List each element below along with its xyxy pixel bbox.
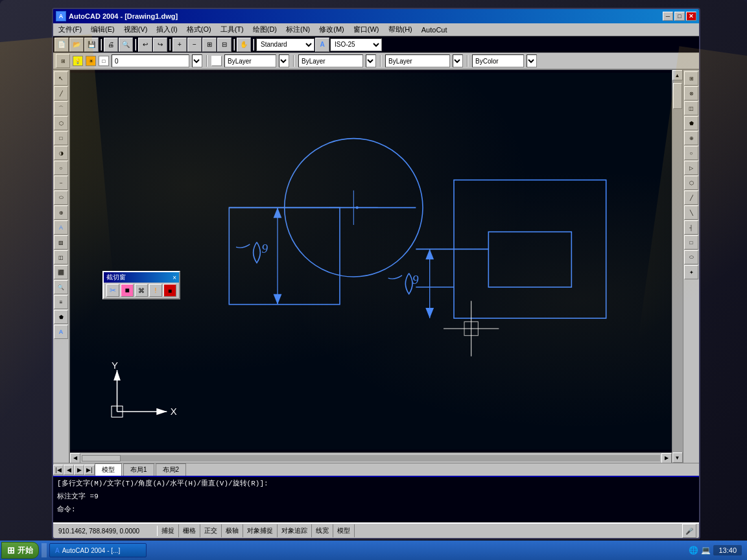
tab-layout2[interactable]: 布局2	[156, 463, 187, 476]
layer-color-btn[interactable]	[211, 56, 222, 66]
hscroll-right-btn[interactable]: ▶	[661, 453, 672, 463]
toolbar-pan[interactable]: ✋	[237, 38, 251, 52]
float-btn-5[interactable]: ■	[163, 284, 176, 297]
nav-last-btn[interactable]: ▶|	[84, 465, 95, 475]
menu-file[interactable]: 文件(F)	[54, 24, 86, 35]
start-button[interactable]: ⊞ 开始	[1, 542, 39, 559]
right-tool-14[interactable]: ✦	[684, 265, 698, 279]
microphone-icon[interactable]: 🎤	[682, 524, 696, 538]
float-btn-3[interactable]: ⌘	[135, 284, 148, 297]
tool-rect[interactable]: □	[54, 131, 68, 145]
toolbar-zoom-prev[interactable]: ⊟	[217, 38, 231, 52]
status-otrack[interactable]: 对象追踪	[278, 524, 312, 537]
tool-ellipse[interactable]: ⬭	[54, 191, 68, 205]
right-tool-2[interactable]: ⊗	[684, 86, 698, 100]
command-prompt[interactable]: 命令:	[53, 503, 699, 515]
vscroll-up-btn[interactable]: ▲	[672, 70, 683, 80]
status-lineweight[interactable]: 线宽	[312, 524, 333, 537]
tool-insert[interactable]: ⊕	[54, 205, 68, 220]
vscroll-down-btn[interactable]: ▼	[672, 452, 683, 463]
layer-dropdown[interactable]	[192, 54, 202, 67]
tool-polyline[interactable]: ⌒	[54, 101, 68, 115]
status-grid[interactable]: 栅格	[179, 524, 200, 537]
menu-view[interactable]: 视图(V)	[120, 24, 152, 35]
maximize-button[interactable]: □	[674, 12, 685, 21]
toolbar-text-icon[interactable]: A	[315, 38, 329, 52]
toolbar-redo[interactable]: ↪	[153, 38, 167, 52]
tab-model[interactable]: 模型	[95, 463, 122, 476]
menu-modify[interactable]: 修改(M)	[315, 24, 348, 35]
close-button[interactable]: ✕	[686, 12, 696, 21]
status-ortho[interactable]: 正交	[200, 524, 222, 537]
menu-autocut[interactable]: AutoCut	[418, 25, 451, 34]
right-tool-6[interactable]: ○	[684, 146, 698, 160]
float-btn-4[interactable]: !	[149, 284, 162, 297]
menu-window[interactable]: 窗口(W)	[350, 24, 383, 35]
layer-manager-btn[interactable]: ⊞	[56, 54, 70, 68]
menu-tools[interactable]: 工具(T)	[217, 24, 248, 35]
toolbar-open[interactable]: 📂	[69, 38, 84, 52]
right-tool-8[interactable]: ⬡	[684, 176, 698, 190]
menu-dimension[interactable]: 标注(N)	[282, 24, 314, 35]
menu-insert[interactable]: 插入(I)	[152, 24, 181, 35]
right-tool-5[interactable]: ⊕	[684, 131, 698, 145]
tool-circle[interactable]: ○	[54, 161, 68, 175]
right-tool-12[interactable]: □	[684, 235, 698, 250]
toolbar-zoom-out[interactable]: −	[187, 38, 202, 52]
tab-layout1[interactable]: 布局1	[123, 463, 154, 476]
linetype-combo[interactable]: ByLayer	[298, 54, 363, 67]
toolbar-new[interactable]: 📄	[54, 38, 69, 52]
tool-line[interactable]: ╱	[54, 86, 68, 100]
nav-prev-btn[interactable]: ◀	[64, 465, 74, 475]
right-tool-11[interactable]: ┤	[684, 220, 698, 235]
status-osnap[interactable]: 对象捕捉	[243, 524, 278, 537]
float-btn-1[interactable]: ✂	[106, 284, 119, 297]
menu-help[interactable]: 帮助(H)	[385, 24, 416, 35]
color-dropdown[interactable]	[279, 54, 289, 67]
toolbar-print[interactable]: 🖨	[104, 38, 118, 52]
toolbar-zoom-in[interactable]: +	[172, 38, 187, 52]
tool-match[interactable]: ⬟	[54, 310, 68, 324]
tool-3d[interactable]: ⬛	[54, 265, 68, 279]
plotstyle-dropdown[interactable]	[527, 54, 537, 67]
lineweight-combo[interactable]: ByLayer	[385, 54, 450, 67]
floating-close-btn[interactable]: ×	[172, 274, 176, 281]
layer-name-combo[interactable]: 0	[112, 54, 189, 67]
toolbar-preview[interactable]: 🔍	[119, 38, 133, 52]
right-tool-1[interactable]: ⊞	[684, 71, 698, 86]
minimize-button[interactable]: ─	[663, 12, 673, 21]
right-tool-13[interactable]: ⬭	[684, 250, 698, 264]
tool-properties[interactable]: ≡	[54, 295, 68, 309]
tool-spline[interactable]: ~	[54, 176, 68, 190]
right-tool-4[interactable]: ⬟	[684, 116, 698, 130]
tool-mtext[interactable]: A	[54, 220, 68, 235]
text-style-select[interactable]: Standard	[256, 38, 314, 51]
toolbar-zoom-extent[interactable]: ⊞	[202, 38, 217, 52]
hscroll-left-btn[interactable]: ◀	[70, 453, 80, 463]
tool-zoom-select[interactable]: 🔍	[54, 280, 68, 294]
status-polar[interactable]: 极轴	[222, 524, 243, 537]
plotstyle-combo[interactable]: ByColor	[472, 54, 524, 67]
dim-style-select[interactable]: ISO-25	[330, 38, 382, 51]
status-model[interactable]: 模型	[333, 524, 355, 537]
right-tool-7[interactable]: ▷	[684, 161, 698, 175]
right-tool-10[interactable]: ╲	[684, 205, 698, 220]
taskbar-item-autocad[interactable]: A AutoCAD 2004 - [...]	[49, 543, 147, 557]
tool-region[interactable]: ◫	[54, 250, 68, 264]
tool-polygon[interactable]: ⬡	[54, 116, 68, 130]
nav-next-btn[interactable]: ▶	[74, 465, 84, 475]
toolbar-undo[interactable]: ↩	[138, 38, 152, 52]
nav-first-btn[interactable]: |◀	[53, 465, 64, 475]
lineweight-dropdown[interactable]	[453, 54, 463, 67]
menu-draw[interactable]: 绘图(D)	[249, 24, 281, 35]
color-combo[interactable]: ByLayer	[224, 54, 276, 67]
tool-arc[interactable]: ◑	[54, 146, 68, 160]
menu-edit[interactable]: 编辑(E)	[87, 24, 119, 35]
tool-hatch[interactable]: ▨	[54, 235, 68, 250]
tool-select[interactable]: ↖	[54, 71, 68, 86]
tool-text-label[interactable]: A	[54, 325, 68, 339]
menu-format[interactable]: 格式(O)	[183, 24, 215, 35]
cad-canvas-area[interactable]: 9 9	[70, 70, 672, 452]
right-tool-9[interactable]: ╱	[684, 191, 698, 205]
toolbar-save[interactable]: 💾	[84, 38, 99, 52]
